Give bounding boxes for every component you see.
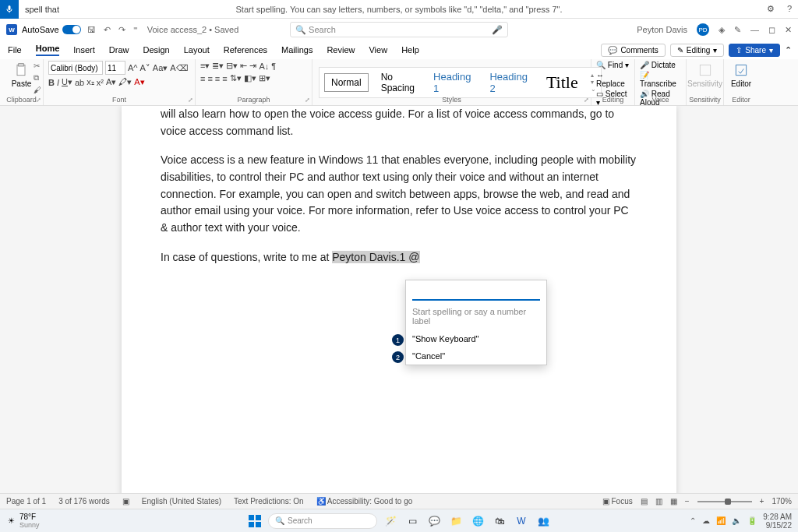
chat-icon[interactable]: 💬 — [425, 513, 443, 530]
style-heading1[interactable]: Heading 1 — [427, 68, 477, 97]
tab-view[interactable]: View — [369, 45, 387, 55]
taskbar-search[interactable]: 🔍 Search — [268, 513, 377, 529]
spellcheck-icon[interactable]: ▣ — [122, 497, 129, 506]
document-name[interactable]: Voice access_2 • Saved — [147, 25, 239, 34]
justify-icon[interactable]: ≡ — [222, 74, 227, 83]
focus-button[interactable]: ▣ Focus — [602, 497, 633, 506]
page-counter[interactable]: Page 1 of 1 — [6, 497, 46, 506]
paste-button[interactable]: Paste — [9, 61, 35, 90]
align-left-icon[interactable]: ≡ — [200, 74, 205, 83]
style-heading2[interactable]: Heading 2 — [483, 68, 533, 97]
editing-button[interactable]: ✎ Editing ▾ — [670, 44, 725, 57]
paragraph-marks-icon[interactable]: ¶ — [271, 62, 276, 71]
undo-icon[interactable]: ↶ — [104, 25, 111, 35]
grow-font-icon[interactable]: A^ — [128, 63, 138, 72]
print-layout-icon[interactable]: ▤ — [641, 497, 648, 506]
battery-icon[interactable]: 🔋 — [747, 516, 757, 525]
qat-dropdown-icon[interactable]: ⁼ — [133, 25, 138, 35]
align-center-icon[interactable]: ≡ — [207, 74, 212, 83]
language-status[interactable]: English (United States) — [142, 497, 221, 506]
format-painter-icon[interactable]: 🖌 — [34, 86, 41, 94]
tab-file[interactable]: File — [8, 45, 22, 55]
tab-insert[interactable]: Insert — [73, 45, 95, 55]
toggle-on-icon[interactable] — [62, 25, 81, 34]
avatar[interactable]: PD — [697, 23, 709, 36]
italic-button[interactable]: I — [57, 78, 59, 87]
cut-icon[interactable]: ✂ — [34, 62, 41, 70]
word-count[interactable]: 3 of 176 words — [58, 497, 110, 506]
minimize-icon[interactable]: — — [750, 25, 759, 34]
explorer-icon[interactable]: 📁 — [447, 513, 464, 530]
wifi-icon[interactable]: 📶 — [716, 516, 726, 525]
borders-icon[interactable]: ⊞▾ — [259, 73, 270, 83]
zoom-out-icon[interactable]: − — [685, 497, 690, 506]
launcher-icon[interactable]: ⤢ — [305, 97, 310, 104]
store-icon[interactable]: 🛍 — [491, 513, 508, 530]
page[interactable]: will also learn how to open the voice ac… — [122, 106, 676, 532]
onedrive-icon[interactable]: ☁ — [702, 516, 710, 525]
style-nospacing[interactable]: No Spacing — [375, 69, 421, 97]
chevron-up-icon[interactable]: ⌃ — [785, 45, 792, 55]
align-right-icon[interactable]: ≡ — [215, 74, 220, 83]
style-normal[interactable]: Normal — [324, 73, 369, 92]
dictate-button[interactable]: 🎤 Dictate — [640, 61, 676, 69]
highlight-icon[interactable]: 🖍▾ — [118, 77, 132, 87]
editor-button[interactable]: Editor — [729, 61, 754, 90]
tab-references[interactable]: References — [224, 45, 267, 55]
accessibility-status[interactable]: ♿ Accessibility: Good to go — [316, 497, 413, 506]
launcher-icon[interactable]: ⤢ — [584, 97, 589, 104]
clear-format-icon[interactable]: A⌫ — [170, 63, 188, 73]
redo-icon[interactable]: ↷ — [118, 25, 125, 35]
document-area[interactable]: will also learn how to open the voice ac… — [0, 106, 798, 532]
edge-icon[interactable]: 🌐 — [469, 513, 486, 530]
volume-icon[interactable]: 🔈 — [732, 516, 741, 525]
clock[interactable]: 9:28 AM9/15/22 — [763, 513, 792, 530]
diamond-icon[interactable]: ◈ — [719, 25, 725, 35]
font-color-icon[interactable]: A▾ — [134, 77, 144, 87]
change-case-icon[interactable]: Aa▾ — [153, 63, 168, 73]
tab-draw[interactable]: Draw — [109, 45, 129, 55]
read-mode-icon[interactable]: ▥ — [655, 497, 662, 506]
pen-icon[interactable]: ✎ — [734, 25, 741, 35]
popup-option-cancel[interactable]: 2 "Cancel" — [406, 347, 546, 365]
start-icon[interactable] — [246, 513, 263, 530]
launcher-icon[interactable]: ⤢ — [188, 97, 193, 104]
comments-button[interactable]: 💬 Comments — [601, 44, 665, 57]
weather-widget[interactable]: ☀ 78°FSunny — [8, 513, 40, 529]
spell-input[interactable] — [412, 287, 540, 301]
font-name-select[interactable] — [48, 61, 103, 75]
user-name[interactable]: Peyton Davis — [637, 25, 687, 34]
bold-button[interactable]: B — [48, 78, 55, 87]
close-icon[interactable]: ✕ — [785, 25, 792, 35]
people-icon[interactable]: 👥 — [535, 513, 552, 530]
decrease-indent-icon[interactable]: ⇤ — [240, 61, 247, 71]
tab-design[interactable]: Design — [143, 45, 169, 55]
text-effects-icon[interactable]: A▾ — [106, 77, 116, 87]
transcribe-button[interactable]: 📝 Transcribe — [640, 71, 681, 88]
underline-button[interactable]: U▾ — [62, 77, 72, 87]
tab-mailings[interactable]: Mailings — [281, 45, 312, 55]
share-button[interactable]: ⇪ Share ▾ — [729, 44, 780, 57]
maximize-icon[interactable]: ◻ — [768, 25, 775, 35]
search-input[interactable]: 🔍 Search 🎤 — [290, 22, 508, 37]
font-size-select[interactable] — [105, 61, 125, 75]
chevron-up-icon[interactable]: ⌃ — [690, 516, 696, 525]
find-button[interactable]: 🔍 Find ▾ — [596, 61, 629, 69]
help-icon[interactable]: ? — [787, 4, 792, 14]
subscript-button[interactable]: x₂ — [87, 77, 94, 87]
popup-option-keyboard[interactable]: 1 "Show Keyboard" — [406, 330, 546, 347]
bullets-icon[interactable]: ≡▾ — [200, 61, 210, 71]
tab-layout[interactable]: Layout — [184, 45, 210, 55]
save-icon[interactable]: 🖫 — [87, 25, 96, 34]
tab-help[interactable]: Help — [401, 45, 419, 55]
sort-icon[interactable]: A↓ — [259, 62, 269, 71]
copilot-icon[interactable]: 🪄 — [382, 513, 399, 530]
zoom-slider[interactable] — [697, 501, 752, 502]
numbering-icon[interactable]: ≣▾ — [212, 61, 224, 71]
launcher-icon[interactable]: ⤢ — [36, 97, 41, 104]
gear-icon[interactable]: ⚙ — [767, 4, 775, 14]
word-taskbar-icon[interactable]: W — [513, 513, 530, 530]
increase-indent-icon[interactable]: ⇥ — [249, 61, 256, 71]
predictions-status[interactable]: Text Predictions: On — [234, 497, 303, 506]
style-title[interactable]: Title — [540, 69, 584, 96]
